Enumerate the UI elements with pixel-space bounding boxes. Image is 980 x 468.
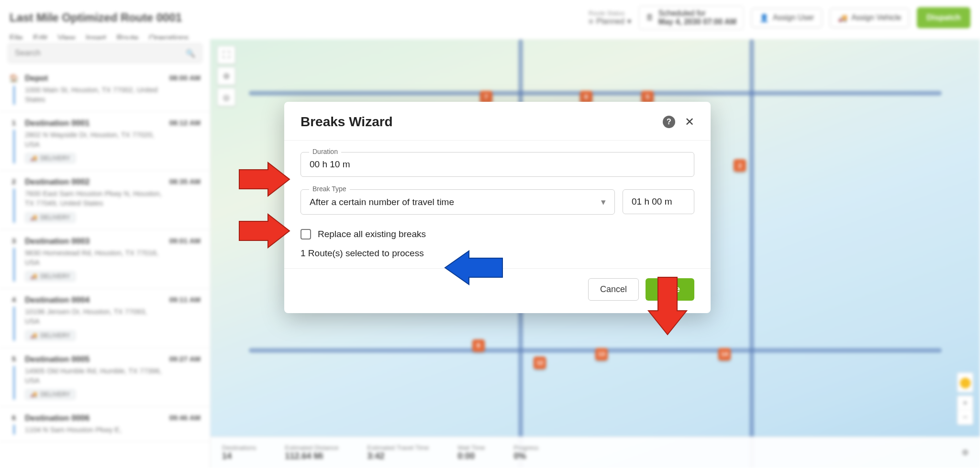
breaks-wizard-modal: Breaks Wizard ? ✕ Duration 00 h 10 m Bre… [284,102,711,313]
modal-title: Breaks Wizard [301,114,393,130]
cancel-button[interactable]: Cancel [588,278,639,301]
replace-breaks-label: Replace all existing breaks [318,229,426,239]
break-type-time-input[interactable]: 01 h 00 m [623,189,694,214]
break-type-label: Break Type [309,185,350,193]
break-type-value: After a certain number of travel time [310,197,454,207]
save-button[interactable]: Save [646,278,694,301]
help-icon[interactable]: ? [663,116,675,128]
duration-label: Duration [309,148,341,155]
break-type-select[interactable]: After a certain number of travel time [301,189,615,215]
close-icon[interactable]: ✕ [685,115,694,129]
routes-selected-text: 1 Route(s) selected to process [301,248,694,259]
duration-input[interactable]: 00 h 10 m [301,152,694,177]
replace-breaks-checkbox[interactable] [301,229,311,239]
